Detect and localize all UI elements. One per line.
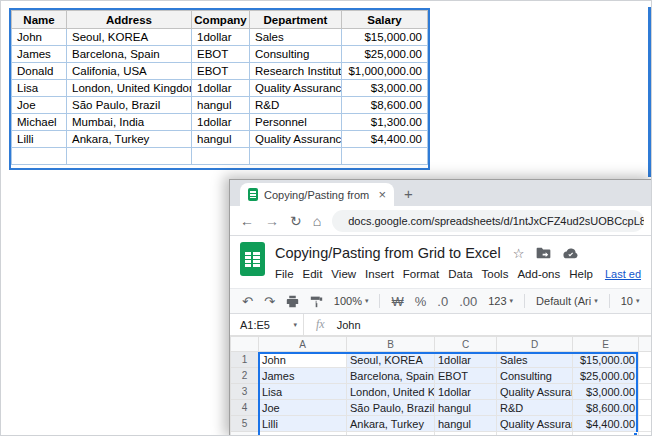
menu-tools[interactable]: Tools [482,268,509,280]
cloud-status-icon[interactable] [563,247,579,259]
paint-format-icon[interactable] [310,295,323,308]
percent-format-button[interactable]: % [415,295,427,308]
url-field[interactable]: docs.google.com/spreadsheets/d/1ntJxCFZ4… [332,210,644,232]
grid-cell[interactable]: Quality Assurance [250,131,342,148]
decrease-decimal-button[interactable]: .0 [437,295,448,308]
column-header-D[interactable]: D [497,337,573,352]
new-tab-button[interactable]: + [404,185,413,202]
grid-cell[interactable]: $3,000.00 [342,80,428,97]
row-header-1[interactable]: 1 [231,352,259,368]
grid-cell[interactable]: Joe [12,97,67,114]
undo-icon[interactable]: ↶ [242,295,253,308]
cell-A2[interactable]: James [259,368,347,384]
grid-cell[interactable]: Barcelona, Spain [67,46,192,63]
cell-D1[interactable]: Sales [497,352,573,368]
menu-view[interactable]: View [331,268,356,280]
cell-B3[interactable]: London, United Kingdom [347,384,435,400]
grid-column-header-name[interactable]: Name [12,11,67,29]
column-header-C[interactable]: C [435,337,497,352]
home-icon[interactable]: ⌂ [313,214,321,228]
grid-cell[interactable] [250,148,342,165]
row-header-4[interactable]: 4 [231,400,259,416]
grid-cell[interactable]: $15,000.00 [342,29,428,46]
grid-cell[interactable]: Mumbai, India [67,114,192,131]
cell-C2[interactable]: EBOT [435,368,497,384]
cell-B2[interactable]: Barcelona, Spain [347,368,435,384]
tab-close-icon[interactable]: × [378,187,386,202]
grid-column-header-department[interactable]: Department [250,11,342,29]
grid-cell[interactable]: Quality Assurance [250,80,342,97]
zoom-select[interactable]: 100%▾ [334,295,369,307]
grid-column-header-address[interactable]: Address [67,11,192,29]
cell-D3[interactable]: Quality Assurance [497,384,573,400]
column-header-E[interactable]: E [573,337,639,352]
name-box[interactable]: A1:E5▾ [230,314,304,335]
more-formats-button[interactable]: 123▾ [488,295,513,307]
cell-D2[interactable]: Consulting [497,368,573,384]
grid-cell[interactable]: Califonia, USA [67,63,192,80]
font-select[interactable]: Default (Ari▾ [536,295,598,307]
grid-cell[interactable]: 1dollar [192,29,250,46]
grid-cell[interactable]: Donald [12,63,67,80]
grid-cell[interactable]: Sales [250,29,342,46]
row-header-3[interactable]: 3 [231,384,259,400]
cell-A3[interactable]: Lisa [259,384,347,400]
grid-cell[interactable]: $4,400.00 [342,131,428,148]
grid-cell[interactable]: $1,300.00 [342,114,428,131]
row-header-2[interactable]: 2 [231,368,259,384]
cell-A4[interactable]: Joe [259,400,347,416]
cell-E4[interactable]: $8,600.00 [573,400,639,416]
back-icon[interactable]: ← [240,214,254,228]
cell-D6[interactable] [497,432,573,436]
last-edit-link[interactable]: Last ed [605,268,641,280]
grid-cell[interactable]: $8,600.00 [342,97,428,114]
menu-file[interactable]: File [275,268,294,280]
print-icon[interactable] [286,295,299,308]
cell-B5[interactable]: Ankara, Turkey [347,416,435,432]
cell-D4[interactable]: R&D [497,400,573,416]
cell-B4[interactable]: São Paulo, Brazil [347,400,435,416]
cell-C5[interactable]: hangul [435,416,497,432]
grid-cell[interactable]: R&D [250,97,342,114]
grid-cell[interactable]: Seoul, KOREA [67,29,192,46]
document-title[interactable]: Copying/Pasting from Grid to Excel [275,245,501,261]
menu-insert[interactable]: Insert [365,268,394,280]
grid-cell[interactable]: John [12,29,67,46]
cell-D5[interactable]: Quality Assurance [497,416,573,432]
cell-A1[interactable]: John [259,352,347,368]
grid-cell[interactable]: Lisa [12,80,67,97]
cell-B6[interactable] [347,432,435,436]
menu-edit[interactable]: Edit [303,268,323,280]
grid-cell[interactable]: hangul [192,131,250,148]
grid-cell[interactable]: $25,000.00 [342,46,428,63]
grid-cell[interactable]: São Paulo, Brazil [67,97,192,114]
grid-cell[interactable] [192,148,250,165]
menu-format[interactable]: Format [403,268,439,280]
redo-icon[interactable]: ↷ [264,295,275,308]
sheets-logo-icon[interactable] [240,242,265,276]
browser-tab[interactable]: Copying/Pasting from Grid to E × [240,183,394,206]
increase-decimal-button[interactable]: .00 [459,295,477,308]
grid-cell[interactable]: hangul [192,97,250,114]
menu-add-ons[interactable]: Add-ons [517,268,560,280]
grid-cell[interactable]: London, United Kingdom [67,80,192,97]
font-size-select[interactable]: 10▾ [621,295,640,307]
menu-data[interactable]: Data [448,268,472,280]
cell-C6[interactable] [435,432,497,436]
cell-A6[interactable] [259,432,347,436]
row-header-6[interactable]: 6 [231,432,259,436]
row-header-5[interactable]: 5 [231,416,259,432]
grid-cell[interactable]: EBOT [192,46,250,63]
grid-cell[interactable]: 1dollar [192,80,250,97]
select-all-corner[interactable] [231,337,259,352]
cell-E1[interactable]: $15,000.00 [573,352,639,368]
cell-E5[interactable]: $4,400.00 [573,416,639,432]
menu-help[interactable]: Help [569,268,593,280]
cell-B1[interactable]: Seoul, KOREA [347,352,435,368]
grid-cell[interactable]: Ankara, Turkey [67,131,192,148]
grid-cell[interactable]: 1dollar [192,114,250,131]
column-header-A[interactable]: A [259,337,347,352]
grid-cell[interactable]: $1,000,000.00 [342,63,428,80]
grid-cell[interactable]: Lilli [12,131,67,148]
grid-cell[interactable]: Michael [12,114,67,131]
